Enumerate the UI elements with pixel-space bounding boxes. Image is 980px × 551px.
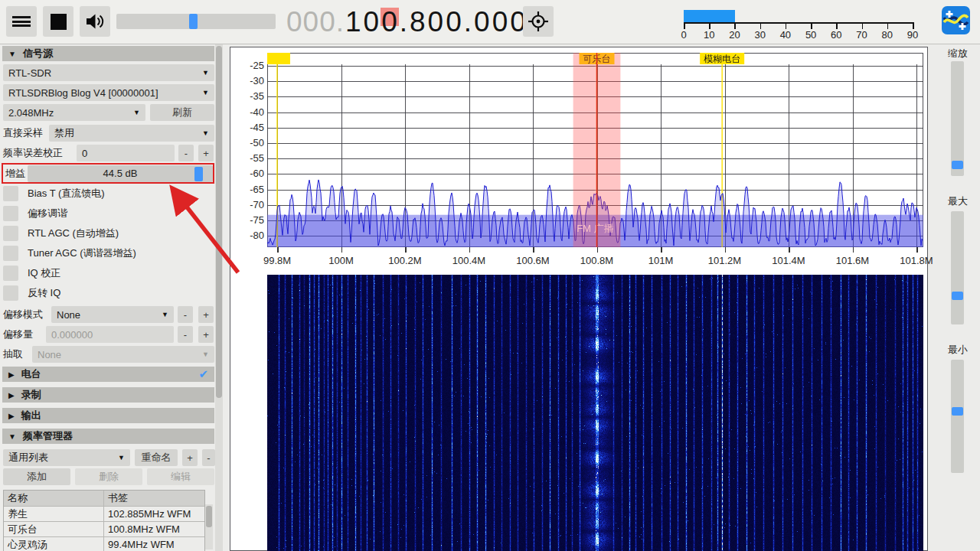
offset-increment-button[interactable]: + (198, 326, 214, 343)
min-slider[interactable] (951, 360, 964, 473)
chevron-down-icon: ▼ (133, 109, 140, 116)
checkbox-6[interactable]: 反转 IQ (3, 285, 60, 301)
bookmark-frequency[interactable]: 99.4MHz WFM (104, 539, 204, 550)
snr-tick (684, 22, 685, 29)
snr-tick (811, 22, 812, 29)
direct-sampling-combo[interactable]: 禁用 ▼ (49, 125, 214, 142)
delete-bookmark-button[interactable]: 删除 (75, 468, 142, 485)
menu-button[interactable] (6, 6, 37, 37)
bookmark-name[interactable]: 养生 (4, 507, 104, 521)
refresh-button[interactable]: 刷新 (150, 104, 214, 121)
ppm-increment-button[interactable]: + (198, 145, 214, 161)
checkbox-box[interactable] (3, 266, 18, 281)
zoom-slider-handle[interactable] (952, 161, 963, 169)
bookmark-frequency[interactable]: 102.885MHz WFM (104, 508, 204, 520)
bookmark-name[interactable]: 心灵鸡汤 (4, 537, 104, 551)
y-axis-label: -60 (230, 168, 264, 179)
frequency-digit[interactable]: 0 (363, 6, 381, 38)
checkbox-box[interactable] (3, 285, 18, 301)
bookmark-name[interactable]: 可乐台 (4, 522, 104, 536)
table-row[interactable]: 养生102.885MHz WFM (4, 506, 204, 521)
sidebar-scrollbar-thumb[interactable] (216, 46, 222, 398)
snr-tick (887, 22, 889, 29)
frequency-digit[interactable]: . (399, 6, 409, 38)
edit-bookmark-button[interactable]: 编辑 (147, 468, 214, 485)
sdrpp-logo (942, 6, 970, 37)
frequency-digit[interactable]: . (463, 6, 473, 38)
y-axis-label: -25 (230, 60, 264, 71)
min-slider-handle[interactable] (952, 407, 963, 416)
enabled-check-icon: ✔ (198, 367, 208, 381)
frequency-digit[interactable]: 0 (445, 6, 463, 38)
offset-input[interactable]: 0.000000 (46, 326, 174, 343)
snr-tick-label: 10 (697, 29, 720, 41)
module-header-2[interactable]: ▶录制 (2, 387, 214, 403)
bookmark-list-combo[interactable]: 通用列表 ▼ (3, 449, 130, 466)
checkbox-5[interactable]: IQ 校正 (3, 266, 60, 281)
offset-mode-combo[interactable]: None ▼ (51, 306, 174, 323)
offset-label: 偏移量 (3, 326, 33, 343)
freq-manager-section-header[interactable]: ▼ 频率管理器 (2, 429, 214, 444)
add-list-button[interactable]: + (182, 449, 198, 466)
crosshair-target-icon (527, 10, 550, 33)
fft-spectrum-canvas[interactable] (267, 53, 923, 247)
zoom-slider[interactable] (951, 61, 964, 176)
tuning-mode-button[interactable] (523, 6, 554, 37)
volume-mute-button[interactable] (80, 6, 110, 37)
sidebar-scrollbar[interactable] (215, 44, 223, 551)
volume-slider[interactable] (116, 14, 276, 29)
col-header-bookmark: 书签 (104, 491, 204, 505)
max-slider-handle[interactable] (952, 292, 963, 300)
checkbox-1[interactable]: Bias T (直流馈电) (3, 186, 105, 201)
table-row[interactable]: 心灵鸡汤99.4MHz WFM (4, 536, 204, 551)
add-bookmark-button[interactable]: 添加 (3, 468, 70, 485)
offset-decrement-button[interactable]: - (178, 326, 193, 343)
snr-tick (836, 22, 838, 29)
stop-button[interactable] (43, 6, 74, 37)
offset-mode-value: None (57, 309, 80, 321)
frequency-digit-hovered[interactable]: 0 (381, 6, 399, 38)
checkbox-box[interactable] (3, 246, 18, 261)
offset-mode-increment-button[interactable]: + (198, 306, 214, 323)
source-type-combo[interactable]: RTL-SDR ▼ (3, 64, 214, 81)
offset-mode-decrement-button[interactable]: - (178, 306, 193, 323)
module-header-3[interactable]: ▶输出 (2, 408, 214, 423)
ppm-input[interactable]: 0 (77, 145, 175, 161)
remove-list-button[interactable]: - (202, 449, 215, 466)
frequency-display[interactable]: 000.100.800.000 (286, 4, 528, 41)
samplerate-combo[interactable]: 2.048MHz ▼ (3, 104, 145, 121)
gain-slider[interactable]: 44.5 dB (28, 165, 213, 182)
checkbox-3[interactable]: RTL AGC (自动增益) (3, 226, 119, 241)
bookmark-table-scrollbar-thumb[interactable] (206, 506, 212, 527)
max-slider[interactable] (951, 211, 964, 324)
device-combo[interactable]: RTLSDRBlog Blog V4 [00000001] ▼ (3, 84, 214, 101)
frequency-digit[interactable]: 0 (427, 6, 446, 38)
frequency-digit[interactable]: 1 (345, 6, 363, 38)
rename-list-button[interactable]: 重命名 (135, 449, 178, 466)
checkbox-box[interactable] (3, 206, 18, 221)
ppm-decrement-button[interactable]: - (178, 145, 194, 161)
frequency-digit[interactable]: 8 (409, 6, 427, 38)
checkbox-box[interactable] (3, 186, 18, 201)
gain-slider-handle[interactable] (194, 167, 203, 181)
checkbox-4[interactable]: Tuner AGC (调谐器增益) (3, 246, 136, 261)
volume-slider-handle[interactable] (189, 14, 198, 29)
x-axis-label: 101.8M (892, 255, 941, 266)
bookmark-frequency[interactable]: 100.8MHz WFM (104, 523, 204, 535)
table-row[interactable]: 可乐台100.8MHz WFM (4, 521, 204, 536)
samplerate-value: 2.048MHz (8, 107, 54, 119)
bookmark-table-scrollbar[interactable] (205, 504, 213, 549)
checkbox-label: Tuner AGC (调谐器增益) (28, 246, 136, 260)
snr-meter-axis (684, 22, 913, 24)
ppm-correction-label: 频率误差校正 (3, 145, 63, 161)
frequency-digit[interactable]: 0 (492, 6, 510, 38)
frequency-digit[interactable]: 0 (473, 6, 492, 38)
waterfall-canvas[interactable] (267, 275, 923, 551)
source-section-header[interactable]: ▼ 信号源 (2, 46, 214, 61)
x-axis-tick (853, 247, 854, 253)
chevron-down-icon: ▼ (8, 432, 16, 441)
checkbox-box[interactable] (3, 226, 18, 241)
checkbox-2[interactable]: 偏移调谐 (3, 206, 67, 221)
module-header-1[interactable]: ▶电台✔ (2, 367, 214, 382)
decimation-combo[interactable]: None ▼ (32, 346, 214, 363)
